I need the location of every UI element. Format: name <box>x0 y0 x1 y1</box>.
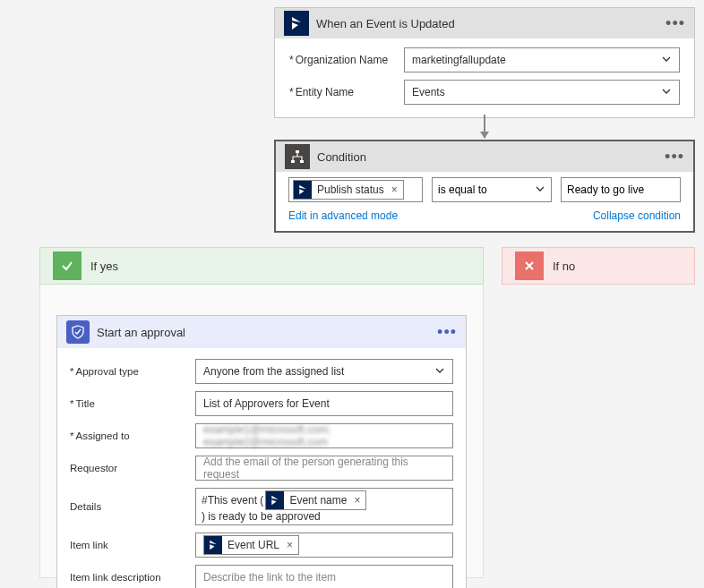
collapse-condition-link[interactable]: Collapse condition <box>593 209 681 222</box>
token-remove-button[interactable]: × <box>352 494 362 507</box>
trigger-menu-button[interactable]: ••• <box>665 14 685 33</box>
assigned-to-row: *Assigned to example1@microsoft.com; exa… <box>70 423 453 448</box>
condition-value-input[interactable]: Ready to go live <box>561 177 681 202</box>
chevron-down-icon <box>535 183 545 197</box>
token-remove-button[interactable]: × <box>285 539 295 551</box>
condition-title: Condition <box>317 150 665 164</box>
requestor-input[interactable]: Add the email of the person generating t… <box>195 456 453 481</box>
org-name-row: *Organization Name marketingfallupdate <box>289 47 680 72</box>
chevron-down-icon <box>661 54 672 67</box>
approval-type-select[interactable]: Anyone from the assigned list <box>195 359 453 384</box>
flow-arrow <box>484 115 485 138</box>
trigger-header: When an Event is Updated ••• <box>275 8 694 38</box>
token-remove-button[interactable]: × <box>390 183 399 196</box>
item-link-desc-input[interactable]: Describe the link to the item <box>195 565 453 588</box>
condition-left-operand[interactable]: Publish status × <box>288 177 423 202</box>
chevron-down-icon <box>661 86 672 99</box>
approval-header: Start an approval ••• <box>57 316 466 348</box>
dynamics-icon <box>294 181 312 199</box>
condition-links: Edit in advanced mode Collapse condition <box>276 208 693 231</box>
if-no-branch: If no <box>502 247 695 285</box>
org-name-label: Organization Name <box>296 54 388 66</box>
entity-name-row: *Entity Name Events <box>289 80 680 105</box>
item-link-desc-row: Item link description Describe the link … <box>70 565 453 588</box>
condition-card: Condition ••• Publish status × is equal … <box>274 140 695 233</box>
if-no-label: If no <box>553 260 575 273</box>
item-link-input[interactable]: Event URL × <box>195 533 453 558</box>
assigned-to-input[interactable]: example1@microsoft.com; example2@microso… <box>195 423 453 448</box>
condition-row: Publish status × is equal to Ready to go… <box>276 172 693 208</box>
details-row: Details #This event ( Event name × ) is … <box>70 488 453 525</box>
condition-icon <box>285 144 310 169</box>
if-yes-panel: Start an approval ••• *Approval type Any… <box>39 285 484 578</box>
requestor-row: Requestor Add the email of the person ge… <box>70 456 453 481</box>
condition-menu-button[interactable]: ••• <box>665 148 684 166</box>
approval-title-row: *Title List of Approvers for Event <box>70 391 453 416</box>
trigger-card: When an Event is Updated ••• *Organizati… <box>274 7 695 118</box>
approval-type-row: *Approval type Anyone from the assigned … <box>70 359 453 384</box>
entity-name-select[interactable]: Events <box>404 80 680 105</box>
dynamics-icon <box>204 536 222 554</box>
dynamics-icon <box>266 491 284 509</box>
event-name-token[interactable]: Event name × <box>265 490 366 510</box>
cross-icon <box>515 251 544 280</box>
chevron-down-icon <box>434 364 445 379</box>
trigger-title: When an Event is Updated <box>316 17 665 30</box>
if-yes-branch: If yes <box>39 247 484 285</box>
approval-title-input[interactable]: List of Approvers for Event <box>195 391 453 416</box>
condition-operator-select[interactable]: is equal to <box>432 177 552 202</box>
approval-body: *Approval type Anyone from the assigned … <box>57 348 466 588</box>
svg-rect-1 <box>291 160 295 163</box>
condition-header: Condition ••• <box>276 141 693 172</box>
org-name-select[interactable]: marketingfallupdate <box>404 47 680 72</box>
svg-rect-0 <box>296 150 299 153</box>
svg-rect-2 <box>300 160 304 163</box>
details-input[interactable]: #This event ( Event name × ) is ready to… <box>195 488 453 525</box>
publish-status-token[interactable]: Publish status × <box>293 180 404 200</box>
entity-name-label: Entity Name <box>296 86 354 98</box>
edit-advanced-link[interactable]: Edit in advanced mode <box>288 209 398 222</box>
checkmark-icon <box>53 251 82 280</box>
approval-card: Start an approval ••• *Approval type Any… <box>56 315 467 588</box>
approval-menu-button[interactable]: ••• <box>437 323 457 342</box>
trigger-body: *Organization Name marketingfallupdate *… <box>275 38 694 117</box>
approval-title: Start an approval <box>97 326 437 339</box>
dynamics-icon <box>284 11 309 36</box>
approval-icon <box>66 320 90 344</box>
if-yes-label: If yes <box>90 260 118 273</box>
item-link-row: Item link Event URL × <box>70 533 453 558</box>
event-url-token[interactable]: Event URL × <box>203 535 299 555</box>
